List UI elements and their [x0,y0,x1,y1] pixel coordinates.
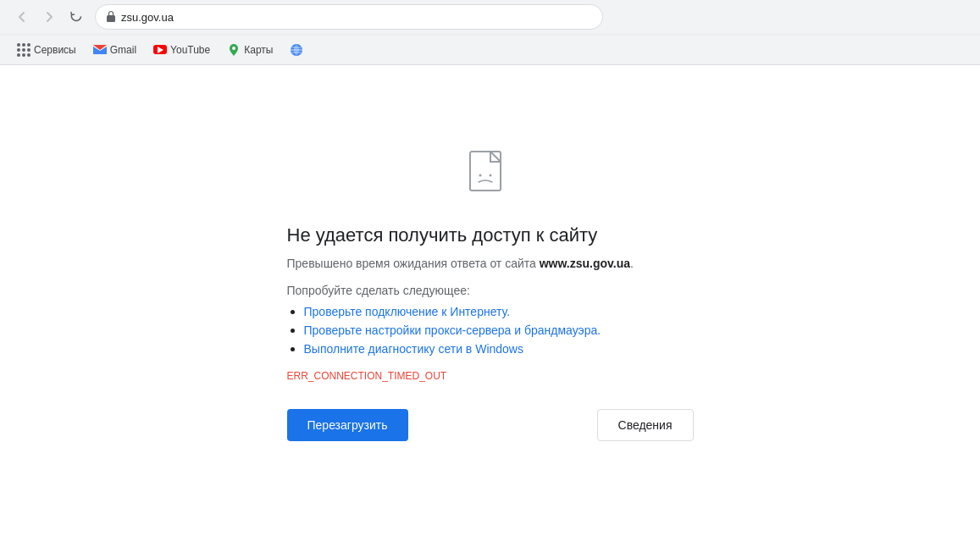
suggestions-list: Проверьте подключение к Интернету. Прове… [287,304,694,356]
bookmark-gmail-label: Gmail [110,44,136,56]
address-bar[interactable]: zsu.gov.ua [95,4,603,30]
error-subtitle: Превышено время ожидания ответа от сайта… [287,257,694,270]
svg-point-5 [489,174,491,177]
error-icon [467,150,514,204]
suggestion-1: Проверьте подключение к Интернету. [304,304,694,319]
forward-button[interactable] [37,5,61,29]
bookmarks-bar: Сервисы Gmail YouTube [0,34,980,64]
suggestion-link-3[interactable]: Выполните диагностику сети в Windows [304,342,523,356]
youtube-icon [153,43,167,57]
details-button[interactable]: Сведения [597,409,694,441]
suggestion-link-2[interactable]: Проверьте настройки прокси-сервера и бра… [304,323,601,337]
suggestion-3: Выполните диагностику сети в Windows [304,341,694,356]
suggestion-link-1[interactable]: Проверьте подключение к Интернету. [304,305,511,318]
subtitle-prefix: Превышено время ожидания ответа от сайта [287,257,540,270]
suggestion-2: Проверьте настройки прокси-сервера и бра… [304,323,694,338]
bookmark-youtube-label: YouTube [170,44,210,56]
svg-point-1 [232,47,235,50]
bookmark-globe[interactable] [283,40,310,60]
svg-rect-0 [107,15,115,22]
subtitle-suffix: . [630,257,634,270]
reload-button[interactable] [64,5,88,29]
page-content: Не удается получить доступ к сайту Превы… [0,65,980,506]
address-text: zsu.gov.ua [121,11,174,24]
error-container: Не удается получить доступ к сайту Превы… [287,224,694,441]
error-code: ERR_CONNECTION_TIMED_OUT [287,370,694,382]
globe-icon [290,43,303,57]
bookmark-services[interactable]: Сервисы [10,40,83,60]
reload-button[interactable]: Перезагрузить [287,409,408,441]
error-title: Не удается получить доступ к сайту [287,224,694,246]
services-icon [17,43,30,57]
bookmark-services-label: Сервисы [34,44,76,56]
gmail-icon [93,43,107,57]
try-label: Попробуйте сделать следующее: [287,284,694,297]
bookmark-youtube[interactable]: YouTube [147,40,217,60]
site-bold: www.zsu.gov.ua [540,257,630,270]
bookmark-maps[interactable]: Карты [220,40,280,60]
buttons-row: Перезагрузить Сведения [287,409,694,441]
bookmark-gmail[interactable]: Gmail [86,40,143,60]
back-button[interactable] [10,5,34,29]
bookmark-maps-label: Карты [244,44,273,56]
svg-point-4 [479,174,481,177]
maps-icon [227,43,241,57]
lock-icon [106,10,116,25]
